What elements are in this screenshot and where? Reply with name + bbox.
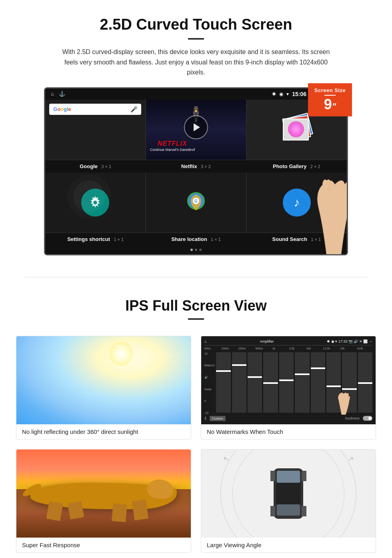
eq-slider-10 [358, 382, 372, 384]
sunlight-label: No light reflecting under 360° direct su… [16, 424, 191, 439]
feature-sunlight: No light reflecting under 360° direct su… [16, 336, 191, 440]
photo-card-3 [283, 118, 309, 141]
netflix-cell[interactable]: 🕴 NETFLIX Continue Marvel's Daredevil [146, 100, 246, 160]
google-app-size: 3 × 1 [101, 164, 111, 169]
device-mockup: Screen Size 9" ⌂ ⚓ ✱ ◉ ▾ 15:06 📷 [44, 87, 348, 255]
status-bar: ⌂ ⚓ ✱ ◉ ▾ 15:06 📷 🔊 ✕ ⬜ [45, 88, 347, 100]
dot-2 [195, 249, 197, 251]
share-label-container: Share location 1 × 1 [146, 235, 246, 243]
amp-toggle[interactable] [363, 416, 372, 421]
android-screen: ⌂ ⚓ ✱ ◉ ▾ 15:06 📷 🔊 ✕ ⬜ [44, 87, 348, 255]
amp-bottom-row: ⟪ Custom loudness [204, 416, 372, 421]
eq-slider-3 [248, 376, 262, 378]
eq-slider-5 [279, 379, 294, 381]
section2-title: IPS Full Screen View [24, 297, 368, 314]
amp-left-labels: 10 Balance 🔊 Fader 0 -10 [204, 351, 216, 414]
amp-screen: ⌂ Amplifier ✱ ◉ ▾ 17:33 📷 🔊 ✕ ⬜ → 60hz 1… [201, 336, 376, 424]
eq-bar-2 [232, 352, 246, 413]
eq-bar-4 [263, 352, 278, 413]
google-app-name: Google [80, 163, 98, 169]
eq-bar-7 [311, 352, 325, 413]
photo-label-container: Photo Gallery 2 × 2 [246, 163, 347, 170]
amp-icons: ✱ ◉ ▾ 17:33 📷 🔊 ✕ ⬜ → [327, 339, 372, 343]
amp-main-area: 10 Balance 🔊 Fader 0 -10 [204, 351, 372, 414]
amp-loudness-label: loudness [229, 416, 360, 420]
netflix-background: 🕴 NETFLIX Continue Marvel's Daredevil [146, 100, 246, 160]
feature-watermark: ⌂ Amplifier ✱ ◉ ▾ 17:33 📷 🔊 ✕ ⬜ → 60hz 1… [201, 336, 376, 440]
google-maps-icon: G [185, 191, 207, 215]
eq-slider-7 [311, 367, 325, 369]
play-triangle-icon [194, 123, 200, 131]
sound-app-name: Sound Search [272, 236, 307, 242]
amp-custom-btn[interactable]: Custom [210, 416, 226, 421]
bluetooth-icon: ✱ [272, 91, 276, 97]
google-search-bar[interactable]: Google 🎤 [49, 104, 141, 115]
share-app-name: Share location [171, 236, 207, 242]
eq-bar-6 [295, 352, 309, 413]
section2-underline [188, 318, 204, 320]
google-logo: Google [53, 106, 71, 112]
sound-app-size: 1 × 1 [311, 237, 321, 242]
section1-title: 2.5D Curved Touch Screen [24, 16, 368, 33]
eq-slider-1 [216, 370, 230, 372]
netflix-app-name: Netflix [181, 163, 197, 169]
sunlight-gradient [16, 336, 191, 424]
sound-label-container: Sound Search 1 × 1 [246, 235, 347, 243]
google-cell[interactable]: Google 🎤 [45, 100, 145, 160]
share-app-size: 1 × 1 [211, 237, 221, 242]
sound-search-cell[interactable]: ♪ [247, 173, 347, 233]
settings-label-container: Settings shortcut 1 × 1 [45, 235, 146, 243]
cheetah-scene [16, 450, 191, 538]
usb-icon: ⚓ [59, 91, 65, 97]
amp-home-icon: ⌂ [204, 339, 206, 343]
dot-3 [199, 249, 202, 251]
play-button[interactable] [184, 115, 208, 139]
badge-size: 9" [311, 97, 349, 112]
eq-bar-10 [358, 352, 372, 413]
netflix-app-size: 3 × 2 [201, 164, 211, 169]
cheetah-leg-4 [132, 500, 148, 521]
netflix-subtitle: Continue Marvel's Daredevil [150, 148, 195, 152]
eq-slider-9 [342, 388, 356, 390]
status-left: ⌂ ⚓ [51, 91, 65, 97]
netflix-logo: NETFLIX [150, 140, 195, 147]
amp-header: ⌂ Amplifier ✱ ◉ ▾ 17:33 📷 🔊 ✕ ⬜ → [204, 339, 372, 345]
wifi-icon: ▾ [286, 91, 289, 97]
app-labels-row2: Settings shortcut 1 × 1 Share location 1… [45, 233, 347, 245]
music-note-icon: ♪ [294, 196, 300, 209]
section-ips: IPS Full Screen View [0, 289, 392, 336]
screen-size-badge: Screen Size 9" [308, 83, 352, 116]
share-location-cell[interactable]: G [146, 173, 246, 233]
view-circle-2 [232, 450, 344, 538]
eq-bars-container [216, 351, 372, 414]
mic-icon[interactable]: 🎤 [130, 106, 137, 112]
settings-app-size: 1 × 1 [114, 237, 124, 242]
cheetah-leg-3 [112, 504, 127, 522]
amp-title: Amplifier [260, 339, 274, 343]
sound-icon-bg: ♪ [283, 189, 311, 217]
dot-1 [190, 249, 193, 251]
home-icon[interactable]: ⌂ [51, 91, 54, 97]
car-image: ↗ ↖ [201, 450, 376, 538]
car-label: Large Viewing Angle [201, 538, 376, 552]
app-grid-bottom: G ♪ [45, 173, 347, 233]
flower-decoration [288, 121, 304, 137]
angle-arrow-1: ↗ [346, 454, 354, 464]
google-maps-icon-container: G [150, 177, 242, 229]
eq-slider-4 [263, 382, 278, 384]
feature-cheetah: Super Fast Response [16, 449, 191, 553]
settings-cell[interactable] [45, 173, 145, 233]
amplifier-image: ⌂ Amplifier ✱ ◉ ▾ 17:33 📷 🔊 ✕ ⬜ → 60hz 1… [201, 336, 376, 424]
eq-bar-1 [216, 352, 230, 413]
sunlight-image [16, 336, 191, 424]
eq-bar-8 [326, 352, 341, 413]
amp-freq-labels: 60hz 100hz 200hz 500hz 1k 2.5k 10k 12.5k… [204, 347, 372, 350]
status-time: 15:06 [292, 91, 306, 97]
eq-slider-2 [232, 364, 246, 366]
photo-app-size: 2 × 2 [310, 164, 320, 169]
screen-dots [45, 245, 347, 254]
eq-slider-8 [326, 385, 341, 387]
app-grid-top: Google 🎤 🕴 NETFLI [45, 100, 347, 160]
eq-slider-6 [295, 373, 309, 375]
svg-text:G: G [194, 199, 198, 203]
